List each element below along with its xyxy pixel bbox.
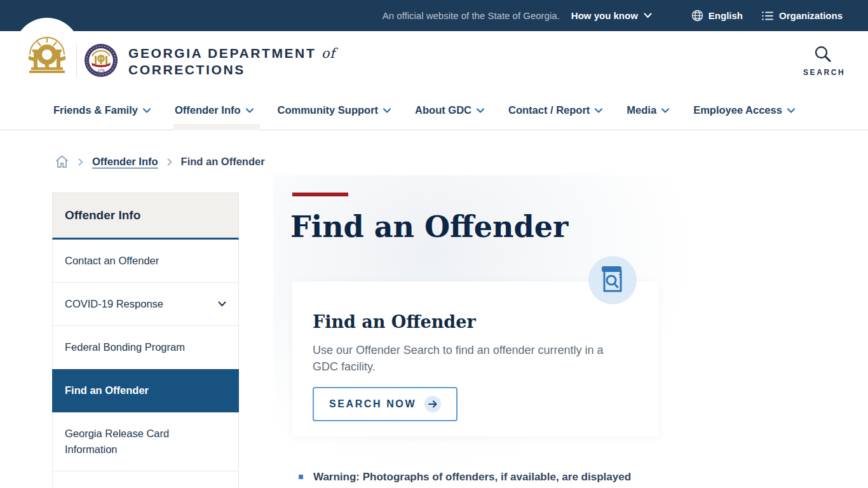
home-icon[interactable] — [55, 154, 69, 169]
document-search-icon — [600, 265, 625, 295]
site-title[interactable]: GEORGIA DEPARTMENT of CORRECTIONS — [128, 45, 335, 78]
nav-item-label: Community Support — [278, 104, 379, 116]
chevron-down-icon — [787, 108, 795, 113]
nav-item-label: About GDC — [415, 104, 471, 116]
search-label: SEARCH — [803, 68, 841, 77]
nav-item-employee-access[interactable]: Employee Access — [692, 91, 796, 130]
nav-item-offender-info[interactable]: Offender Info — [173, 91, 255, 130]
sidebar-item-label: Georgia Release Card Information — [65, 426, 211, 458]
breadcrumb-current: Find an Offender — [181, 156, 265, 168]
sidebar-item-georgia-release-card-information[interactable]: Georgia Release Card Information — [52, 412, 239, 471]
nav-item-friends-family[interactable]: Friends & Family — [52, 91, 152, 130]
nav-active-indicator — [173, 124, 260, 130]
how-you-know-label: How you know — [571, 10, 638, 21]
nav-item-community-support[interactable]: Community Support — [276, 91, 393, 130]
site-title-of: of — [322, 46, 335, 61]
card-title: Find an Offender — [313, 312, 638, 332]
sidebar-title: Offender Info — [52, 193, 239, 240]
sidebar-item-label: Contact an Offender — [65, 253, 159, 269]
official-topbar: An official website of the State of Geor… — [0, 0, 868, 31]
chevron-right-icon — [78, 158, 83, 166]
chevron-down-icon — [644, 13, 652, 18]
nav-item-label: Contact / Report — [508, 104, 590, 116]
chevron-down-icon — [383, 108, 391, 113]
search-now-button[interactable]: SEARCH NOW — [313, 387, 458, 421]
sidebar-item-incarcerated-veterans[interactable]: Incarcerated Veterans — [52, 471, 239, 488]
chevron-right-icon — [167, 158, 172, 166]
language-button[interactable]: English — [691, 10, 743, 22]
header-divider — [76, 44, 77, 77]
chevron-down-icon — [143, 108, 151, 113]
sidebar-item-label: Incarcerated Veterans — [65, 485, 167, 488]
language-label: English — [709, 10, 743, 21]
organizations-label: Organizations — [779, 10, 843, 21]
main-navigation: Friends & Family Offender Info Community… — [0, 91, 868, 130]
warning-text: Warning: Photographs of offenders, if av… — [313, 470, 631, 484]
nav-item-about-gdc[interactable]: About GDC — [414, 91, 485, 130]
search-button[interactable]: SEARCH — [803, 45, 841, 77]
site-header: 1776 GEORGIA DEPARTMENT of CORRECTIONS S… — [0, 31, 868, 91]
breadcrumb-link-offender-info[interactable]: Offender Info — [92, 156, 158, 168]
arrow-right-icon — [424, 396, 441, 412]
offender-search-badge — [588, 256, 637, 304]
search-now-label: SEARCH NOW — [329, 398, 416, 410]
gdc-seal-logo: 1776 — [84, 43, 118, 80]
sidebar-item-label: COVID-19 Response — [65, 296, 163, 312]
chevron-down-icon — [477, 108, 484, 113]
nav-item-label: Friends & Family — [53, 104, 138, 116]
breadcrumb: Offender Info Find an Offender — [55, 154, 265, 169]
site-title-line2: CORRECTIONS — [128, 62, 245, 77]
georgia-arch-icon — [27, 28, 67, 74]
sidebar-item-label: Find an Offender — [65, 383, 149, 398]
search-icon — [814, 45, 831, 62]
list-icon — [762, 11, 774, 21]
sidebar-item-federal-bonding-program[interactable]: Federal Bonding Program — [52, 326, 239, 369]
globe-icon — [691, 10, 703, 22]
nav-item-media[interactable]: Media — [625, 91, 670, 130]
bullet-icon — [299, 475, 303, 479]
warning-list-item: Warning: Photographs of offenders, if av… — [299, 470, 667, 484]
chevron-down-icon — [246, 108, 254, 113]
nav-item-label: Offender Info — [175, 104, 241, 116]
site-title-line1: GEORGIA DEPARTMENT — [128, 46, 316, 60]
how-you-know-button[interactable]: How you know — [571, 10, 652, 21]
accent-bar — [292, 193, 348, 196]
chevron-down-icon — [661, 108, 669, 113]
sidebar-item-covid-19-response[interactable]: COVID-19 Response — [52, 283, 239, 326]
nav-item-label: Media — [627, 104, 656, 116]
svg-text:1776: 1776 — [97, 69, 104, 72]
nav-item-label: Employee Access — [693, 104, 782, 116]
sidebar-item-contact-an-offender[interactable]: Contact an Offender — [52, 240, 239, 283]
georgia-arch-logo[interactable] — [14, 18, 80, 84]
organizations-button[interactable]: Organizations — [762, 10, 843, 21]
sidebar-offender-info: Offender Info Contact an Offender COVID-… — [52, 193, 239, 488]
nav-item-contact-report[interactable]: Contact / Report — [507, 91, 604, 130]
sidebar-item-find-an-offender[interactable]: Find an Offender — [52, 369, 239, 412]
page-title: Find an Offender — [290, 210, 672, 244]
chevron-down-icon — [595, 108, 602, 113]
chevron-down-icon — [218, 301, 226, 307]
sidebar-item-label: Federal Bonding Program — [65, 339, 185, 355]
find-offender-card: Find an Offender Use our Offender Search… — [292, 281, 658, 437]
official-site-text: An official website of the State of Geor… — [383, 10, 560, 21]
card-description: Use our Offender Search to find an offen… — [313, 342, 624, 375]
gdc-seal-icon: 1776 — [84, 43, 118, 78]
